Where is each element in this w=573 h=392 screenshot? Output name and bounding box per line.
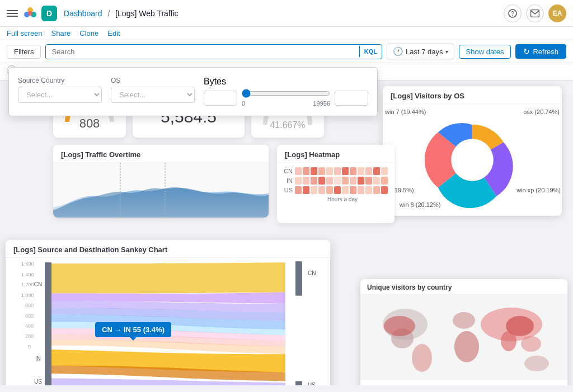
breadcrumb: Dashboard / [Logs] Web Traffic <box>64 9 504 18</box>
svg-text:0: 0 <box>28 344 31 350</box>
heatmap-cell <box>303 167 309 175</box>
svg-point-42 <box>524 356 549 371</box>
refresh-button[interactable]: ↻ Refresh <box>515 44 566 59</box>
heatmap-cell <box>350 167 356 175</box>
svg-text:200: 200 <box>25 333 34 339</box>
heatmap-grid: CN IN <box>277 163 394 207</box>
app-icon[interactable]: D <box>41 6 57 21</box>
bytes-range-labels: 0 19956 <box>242 100 330 107</box>
heatmap-label-in: IN <box>284 177 293 184</box>
heatmap-cell <box>334 186 341 194</box>
bytes-slider[interactable] <box>242 89 330 98</box>
svg-text:400: 400 <box>25 323 34 329</box>
heatmap-cell <box>350 186 356 194</box>
heatmap-row-in: IN <box>284 177 388 185</box>
visitors-by-os-panel: [Logs] Visitors by OS win 7 (19.44%) osx… <box>383 86 562 216</box>
filter-bar: Filters KQL 🕐 Last 7 days ▾ Show dates ↻… <box>0 40 573 63</box>
heatmap-cell <box>342 167 349 175</box>
heatmap-cell <box>295 167 302 175</box>
heatmap-cell <box>303 177 309 185</box>
svg-rect-28 <box>295 261 302 296</box>
svg-point-35 <box>412 344 432 372</box>
bytes-max-input[interactable] <box>335 91 368 106</box>
heatmap-cell <box>358 186 364 194</box>
sankey-panel: [Logs] Source and Destination Sankey Cha… <box>6 240 330 385</box>
svg-text:1,200: 1,200 <box>21 282 34 287</box>
svg-text:CN: CN <box>308 270 316 276</box>
source-country-select[interactable]: Select... <box>18 87 102 103</box>
bytes-field: Bytes 0 19956 <box>204 77 368 107</box>
os-field: OS Select... <box>111 77 195 103</box>
share-link[interactable]: Share <box>51 29 71 37</box>
heatmap-cell <box>311 177 317 185</box>
clone-link[interactable]: Clone <box>79 29 98 37</box>
bytes-inputs: 0 19956 <box>204 89 368 107</box>
gauge-808-value: 808 <box>79 116 100 131</box>
heatmap-cells-us <box>295 186 388 194</box>
heatmap-cell <box>326 167 333 175</box>
svg-rect-23 <box>45 347 51 378</box>
donut-container: win 7 (19.44%) osx (20.74%) win xp (20.1… <box>383 104 562 216</box>
search-input[interactable] <box>46 45 359 59</box>
svg-text:US: US <box>308 382 316 385</box>
heatmap-cell <box>381 177 388 185</box>
os-label-osx: osx (20.74%) <box>523 108 560 115</box>
search-container: KQL <box>45 44 382 59</box>
heatmap-cell <box>311 186 317 194</box>
os-label-winxp: win xp (20.19%) <box>516 187 561 193</box>
help-icon[interactable]: ? <box>504 4 522 22</box>
sankey-chart-container: 1,600 1,400 1,200 1,000 800 600 400 200 … <box>6 258 330 385</box>
svg-rect-6 <box>531 10 539 17</box>
toolbar: Full screen Share Clone Edit <box>0 27 573 40</box>
heatmap-cell <box>342 177 349 185</box>
sankey-tooltip: CN → IN 55 (3.4%) <box>95 322 171 337</box>
traffic-overtime-panel: [Logs] Traffic Overtime <box>53 145 269 218</box>
heatmap-cell <box>342 186 349 194</box>
kibana-logo <box>22 6 38 21</box>
worldmap-panel: Unique visitors by country <box>360 279 567 385</box>
menu-icon[interactable] <box>7 8 18 19</box>
heatmap-cell <box>295 177 302 185</box>
heatmap-cell <box>365 177 372 185</box>
svg-point-3 <box>28 11 32 16</box>
heatmap-label-cn: CN <box>284 168 293 174</box>
main-content: 808 Average Bytes in 5,584.5 41.667% [Lo… <box>0 81 573 385</box>
kql-badge[interactable]: KQL <box>359 46 382 57</box>
bytes-label: Bytes <box>204 77 368 87</box>
time-picker[interactable]: 🕐 Last 7 days ▾ <box>387 44 454 59</box>
svg-text:IN: IN <box>35 356 41 362</box>
heatmap-cell <box>373 177 380 185</box>
heatmap-cells-cn <box>295 167 388 175</box>
mail-icon[interactable] <box>526 4 544 22</box>
svg-text:1,600: 1,600 <box>21 261 34 267</box>
svg-point-36 <box>453 312 475 329</box>
source-country-label: Source Country <box>18 77 102 84</box>
bytes-min-input[interactable] <box>204 91 237 106</box>
traffic-panel-title: [Logs] Traffic Overtime <box>53 145 269 163</box>
heatmap-cell <box>350 177 356 185</box>
heatmap-cell <box>365 186 372 194</box>
traffic-chart-svg <box>53 163 269 218</box>
os-label: OS <box>111 77 195 84</box>
fullscreen-link[interactable]: Full screen <box>7 29 43 37</box>
svg-point-41 <box>521 336 541 352</box>
heatmap-cell <box>358 177 364 185</box>
svg-rect-29 <box>295 381 302 385</box>
edit-link[interactable]: Edit <box>107 29 120 37</box>
svg-point-10 <box>451 139 494 181</box>
donut-chart-svg <box>416 110 528 210</box>
nav-icons: ? EA <box>504 4 566 22</box>
show-dates-button[interactable]: Show dates <box>459 45 511 59</box>
refresh-icon: ↻ <box>523 47 530 56</box>
heatmap-cell <box>295 186 302 194</box>
svg-text:1,000: 1,000 <box>21 292 34 298</box>
avatar[interactable]: EA <box>548 4 566 22</box>
visitors-by-os-title: [Logs] Visitors by OS <box>383 86 562 104</box>
svg-text:US: US <box>34 379 42 385</box>
heatmap-cells-in <box>295 177 388 185</box>
source-country-field: Source Country Select... <box>18 77 102 103</box>
svg-rect-24 <box>45 376 51 385</box>
heatmap-cell <box>334 177 341 185</box>
filters-button[interactable]: Filters <box>7 45 41 59</box>
os-select[interactable]: Select... <box>111 87 195 103</box>
